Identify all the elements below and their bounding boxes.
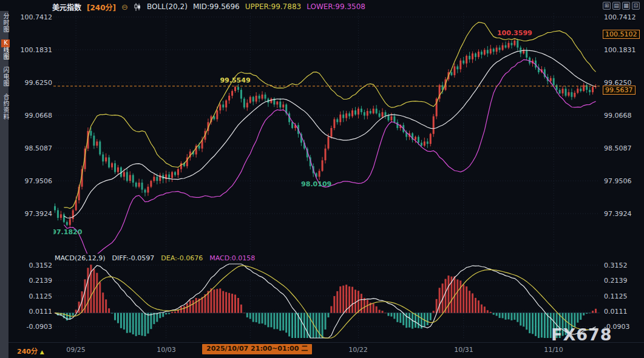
axis-label: 97.9506 <box>604 177 639 185</box>
axis-label: 100.7412 <box>604 13 639 21</box>
axis-label: 99.0668 <box>604 112 639 120</box>
axis-label: 100.1831 <box>17 46 52 54</box>
axis-label: 0.3152 <box>17 262 52 269</box>
collapse-icon[interactable]: ⊖ <box>121 2 128 12</box>
x-axis-date-label: 11/10 <box>541 346 566 354</box>
x-axis-date-label: 10/31 <box>452 346 476 354</box>
crosshair-date-tooltip: 2025/10/07 21:00~01:00 二 <box>202 344 312 354</box>
sidebar-item-contract-info[interactable]: 合约资料 <box>1 93 10 120</box>
candlestick-style-icon <box>134 3 141 11</box>
boll-lower-value: LOWER:99.3508 <box>307 2 365 11</box>
candlestick-chart[interactable]: 97.182099.554998.0109100.3599 <box>53 13 600 254</box>
x-axis-date-label: 09/25 <box>64 346 88 354</box>
axis-label: 99.6250 <box>17 79 52 87</box>
window-layout-icons: ⊞ ▤ ▦ ⊡ <box>603 2 640 10</box>
grid-layout-icon[interactable]: ▦ <box>622 2 630 10</box>
new-window-icon[interactable]: ⊞ <box>603 2 611 10</box>
list-layout-icon[interactable]: ▤ <box>612 2 620 10</box>
macd-indicator-bar: MACD(26,12,9) DIFF:-0.0597 DEA:-0.0676 M… <box>55 254 255 262</box>
boll-indicator-label[interactable]: BOLL(20,2) <box>147 2 188 11</box>
sidebar-item-timeshare[interactable]: 分时图 <box>1 13 10 33</box>
sidebar-item-kline[interactable]: K线图 <box>1 39 10 60</box>
timeframe-text: 240分 <box>17 348 38 356</box>
price-annotation: 98.0109 <box>301 180 331 188</box>
axis-label: 97.3924 <box>604 210 639 218</box>
axis-label: 100.7412 <box>17 13 52 21</box>
axis-label: 99.0668 <box>17 112 52 120</box>
axis-label: 0.0111 <box>17 308 52 316</box>
axis-label: 0.1125 <box>17 292 52 300</box>
symbol-title: 美元指数 <box>52 2 81 12</box>
timeframe-label[interactable]: 240分 ▲ <box>17 346 44 356</box>
x-axis-date-label: 10/22 <box>346 346 370 354</box>
axis-label: 97.3924 <box>17 210 52 218</box>
macd-chart[interactable] <box>53 262 600 340</box>
sidebar-item-lightning[interactable]: 闪电图 <box>1 67 10 87</box>
axis-label: 0.2139 <box>604 277 639 285</box>
boll-upper-value: UPPER:99.7883 <box>245 2 301 11</box>
up-triangle-icon: ▲ <box>40 349 44 355</box>
axis-label: 0.2139 <box>17 277 52 285</box>
boll-mid-value: MID:99.5696 <box>193 2 240 11</box>
fullscreen-icon[interactable]: ⊡ <box>632 2 640 10</box>
trading-chart-app: 美元指数 [240分] ⊖ BOLL(20,2) MID:99.5696 UPP… <box>0 0 644 358</box>
topbar: 美元指数 [240分] ⊖ BOLL(20,2) MID:99.5696 UPP… <box>52 2 365 12</box>
axis-label: 98.5087 <box>17 144 52 152</box>
high-price-badge: 100.5102 <box>603 30 640 39</box>
sidebar: 分时图 K线图 闪电图 合约资料 <box>0 11 8 358</box>
period-label[interactable]: [240分] <box>87 2 116 12</box>
macd-dea-value: DEA:-0.0676 <box>161 254 203 262</box>
axis-label: 0.1125 <box>604 292 639 300</box>
macd-name[interactable]: MACD(26,12,9) <box>55 254 106 262</box>
x-axis-date-label: 10/03 <box>154 346 178 354</box>
axis-label: 97.9506 <box>17 177 52 185</box>
price-annotation: 97.1820 <box>53 228 83 236</box>
price-annotation: 99.5549 <box>220 76 250 84</box>
watermark: FX678 <box>551 325 612 344</box>
price-annotation: 100.3599 <box>497 29 532 37</box>
macd-diff-value: DIFF:-0.0597 <box>112 254 155 262</box>
axis-label: 100.1831 <box>604 46 639 54</box>
axis-label: -0.0903 <box>17 323 52 331</box>
macd-hist-value: MACD:0.0158 <box>209 254 255 262</box>
axis-label: 98.5087 <box>604 144 639 152</box>
last-price-badge: 99.5637 <box>603 86 636 95</box>
axis-label: 0.0111 <box>604 308 639 316</box>
axis-label: 0.3152 <box>604 262 639 269</box>
